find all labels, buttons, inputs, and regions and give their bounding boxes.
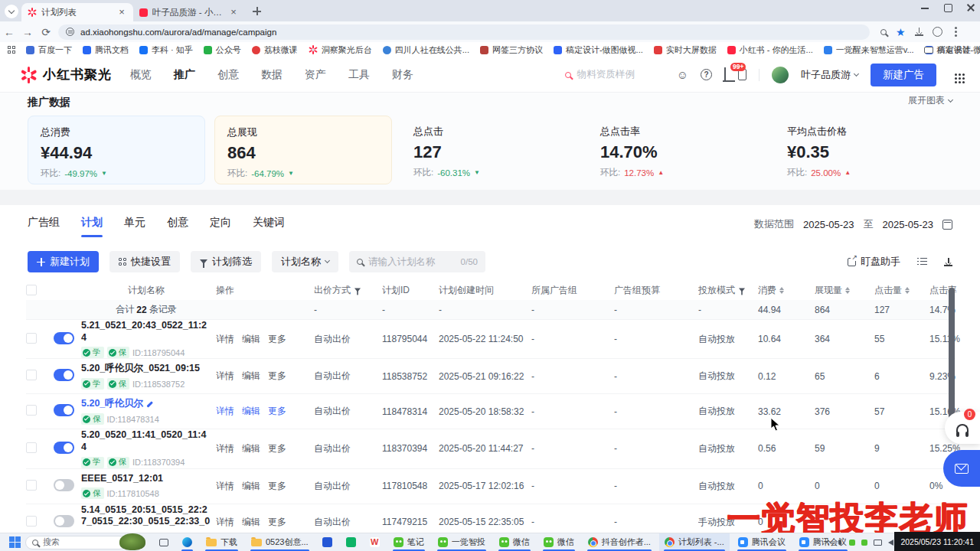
row-checkbox[interactable] [26,405,37,416]
taskbar-downloads-folder[interactable]: 下载 [201,533,243,551]
bookmark[interactable]: 一觉醒来智慧运营v... [824,44,914,56]
site-settings-icon[interactable] [66,28,74,36]
apps-grid-icon[interactable] [955,73,957,76]
row-toggle-off[interactable] [54,515,74,527]
bookmark[interactable]: 洞察聚光后台 [309,44,372,56]
plan-name-link[interactable]: 5.20_呼伦贝尔 [81,398,211,410]
tab-plan[interactable]: 计划 [81,216,103,237]
action-more[interactable]: 更多 [268,480,286,493]
nav-finance[interactable]: 财务 [392,68,413,82]
account-menu[interactable]: 叶子品质游 [801,68,858,82]
filter-icon[interactable] [739,289,745,292]
monitor-assistant-link[interactable]: 盯盘助手 [848,255,900,269]
bookmark[interactable]: 小红书 - 你的生活... [727,44,813,56]
col-ctr[interactable]: 点击率 [929,284,960,297]
row-checkbox[interactable] [26,442,37,453]
col-consume[interactable]: 消费 [758,284,815,297]
action-edit[interactable]: 编辑 [242,405,260,418]
message-button[interactable] [943,450,980,487]
date-from[interactable]: 2025-05-23 [803,219,854,230]
action-edit[interactable]: 编辑 [242,333,260,346]
bookmark[interactable]: 李科 · 知乎 [139,44,193,56]
calendar-icon[interactable] [942,220,952,230]
taskbar-green-app[interactable] [341,533,361,551]
download-icon[interactable] [944,258,952,266]
help-icon[interactable]: ? [701,69,712,80]
edit-pencil-icon[interactable] [147,401,153,407]
nav-tools[interactable]: 工具 [348,68,370,82]
plan-name[interactable]: 5.20_呼伦贝尔_0521_09:15 [81,363,211,375]
taskbar-clock[interactable]: 2025/05/23 11:20:41 [894,532,980,551]
action-detail[interactable]: 详情 [216,516,234,529]
feedback-smiley-icon[interactable]: ☺ [677,69,688,81]
sort-icon[interactable] [905,287,910,294]
action-edit[interactable]: 编辑 [242,516,260,529]
nav-promotion[interactable]: 推广 [174,68,195,82]
col-bid[interactable]: 出价方式 [314,284,382,297]
taskbar-wps[interactable]: W [364,533,385,551]
taskbar-wechat-yijue[interactable]: 一觉智投 [433,533,491,551]
new-plan-button[interactable]: 新建计划 [28,251,99,272]
date-to[interactable]: 2025-05-23 [883,219,934,230]
app-logo[interactable]: 小红书聚光 [20,66,112,83]
all-bookmarks-button[interactable]: 所有书签 [924,44,971,56]
bookmark[interactable]: 百度一下 [26,44,72,56]
quick-settings-button[interactable]: 快捷设置 [109,251,180,272]
taskbar-blue-app[interactable] [317,533,338,551]
plan-name[interactable]: 5.14_0515_20:51_0515_22:27_0515_22:30_05… [81,504,211,528]
tab-keywords[interactable]: 关键词 [253,216,285,237]
plan-name[interactable]: 5.21_0521_20:43_0522_11:24 [81,320,211,344]
col-name[interactable]: 计划名称 [81,284,216,297]
tab-close-icon[interactable]: × [116,8,127,17]
row-toggle-on[interactable] [54,442,74,454]
reload-button[interactable]: ⟳ [37,26,55,38]
nav-overview[interactable]: 概览 [130,68,152,82]
tab-close-icon[interactable]: × [228,8,239,17]
row-checkbox[interactable] [26,370,37,380]
action-more[interactable]: 更多 [268,370,286,383]
action-detail[interactable]: 详情 [216,370,234,383]
taskbar-chrome-douyin[interactable]: 抖音创作者... [583,533,656,551]
row-toggle-on[interactable] [54,404,74,416]
action-edit[interactable]: 编辑 [242,442,260,455]
row-toggle-on[interactable] [54,369,74,381]
downloads-icon[interactable] [915,28,923,36]
plan-name[interactable]: 5.20_0520_11:41_0520_11:44 [81,429,211,453]
select-all-checkbox[interactable] [26,285,37,295]
action-edit[interactable]: 编辑 [242,480,260,493]
microphone-icon[interactable] [838,540,841,545]
taskbar-wechat[interactable]: 微信 [494,533,535,551]
tab-creative[interactable]: 创意 [167,216,188,237]
taskbar-chrome-active[interactable]: 计划列表 -... [659,533,730,551]
back-button[interactable]: ← [0,26,18,38]
action-more[interactable]: 更多 [268,442,286,455]
expand-chart-toggle[interactable]: 展开图表 [908,94,952,107]
action-detail[interactable]: 详情 [216,442,234,455]
bookmark[interactable]: 网签三方协议 [480,44,543,56]
nav-data[interactable]: 数据 [261,68,283,82]
sort-icon[interactable] [845,287,850,294]
zoom-icon[interactable] [880,29,887,35]
action-more[interactable]: 更多 [268,333,286,346]
bookmark[interactable]: 实时大屏数据 [654,44,717,56]
taskbar-wechat[interactable]: 微信 [538,533,580,551]
col-clicks[interactable]: 点击量 [874,284,929,297]
forward-button[interactable]: → [18,26,37,38]
row-checkbox[interactable] [26,480,37,491]
browser-menu-icon[interactable] [955,31,957,33]
notification-bell-icon[interactable]: 99+ [724,69,726,81]
row-toggle-off[interactable] [54,479,74,491]
bookmark-star-icon[interactable]: ★ [896,27,906,37]
tab-unit[interactable]: 单元 [124,216,145,237]
bookmark[interactable]: 荔枝微课 [252,44,298,56]
taskbar-search[interactable]: 搜索 [25,536,126,549]
nav-assets[interactable]: 资产 [305,68,326,82]
customer-service-button[interactable]: 0 [945,412,980,444]
name-dropdown[interactable]: 计划名称 [272,251,338,272]
action-edit[interactable]: 编辑 [242,370,260,383]
vertical-scrollbar[interactable] [949,288,955,419]
sort-icon[interactable] [779,287,784,294]
action-detail[interactable]: 详情 [216,333,234,346]
display-icon[interactable] [874,540,882,546]
tab-search-button[interactable] [5,5,18,18]
